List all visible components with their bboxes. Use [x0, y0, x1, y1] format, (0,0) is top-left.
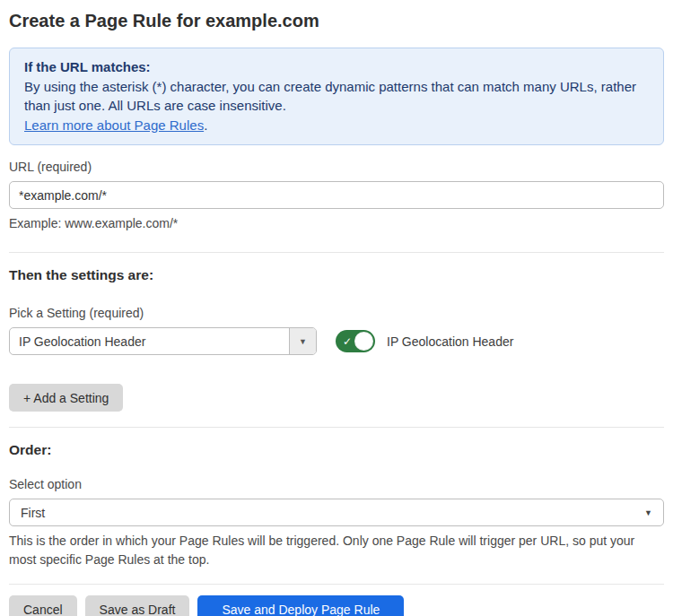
save-as-draft-button[interactable]: Save as Draft: [85, 595, 190, 616]
learn-more-link[interactable]: Learn more about Page Rules: [24, 117, 204, 133]
cancel-button[interactable]: Cancel: [9, 595, 77, 616]
link-suffix: .: [204, 117, 207, 133]
pick-setting-label: Pick a Setting (required): [9, 306, 664, 320]
url-match-info-box: If the URL matches: By using the asteris…: [9, 48, 664, 145]
select-option-label: Select option: [9, 477, 664, 491]
save-and-deploy-button[interactable]: Save and Deploy Page Rule: [197, 595, 404, 616]
order-select-value: First: [21, 506, 45, 520]
chevron-down-icon: ▼: [644, 508, 652, 517]
info-box-body: By using the asterisk (*) character, you…: [24, 77, 649, 116]
page-rule-form: Create a Page Rule for example.com If th…: [0, 0, 673, 616]
toggle-label: IP Geolocation Header: [387, 334, 513, 349]
url-example-helper: Example: www.example.com/*: [9, 214, 664, 233]
order-select[interactable]: First ▼: [9, 499, 664, 526]
order-helper-text: This is the order in which your Page Rul…: [9, 532, 664, 569]
order-section-heading: Order:: [9, 442, 664, 458]
add-setting-button[interactable]: + Add a Setting: [9, 384, 123, 412]
setting-picker-arrow-button[interactable]: ▼: [289, 328, 316, 354]
page-title: Create a Page Rule for example.com: [9, 10, 664, 31]
divider: [9, 584, 664, 585]
check-icon: ✓: [343, 336, 352, 347]
divider: [9, 252, 664, 253]
info-box-heading: If the URL matches:: [24, 57, 649, 77]
ip-geolocation-toggle[interactable]: ✓: [336, 330, 375, 352]
toggle-knob: [354, 332, 373, 351]
setting-row: IP Geolocation Header ▼ ✓ IP Geolocation…: [9, 327, 664, 355]
chevron-down-icon: ▼: [299, 337, 307, 346]
setting-picker-dropdown[interactable]: IP Geolocation Header ▼: [9, 327, 317, 355]
footer-actions: Cancel Save as Draft Save and Deploy Pag…: [9, 595, 664, 616]
info-box-link-line: Learn more about Page Rules.: [24, 116, 649, 135]
setting-picker-value: IP Geolocation Header: [10, 328, 289, 354]
divider: [9, 427, 664, 428]
settings-section-heading: Then the settings are:: [9, 267, 664, 283]
url-input[interactable]: [9, 181, 664, 209]
url-field-label: URL (required): [9, 160, 664, 174]
